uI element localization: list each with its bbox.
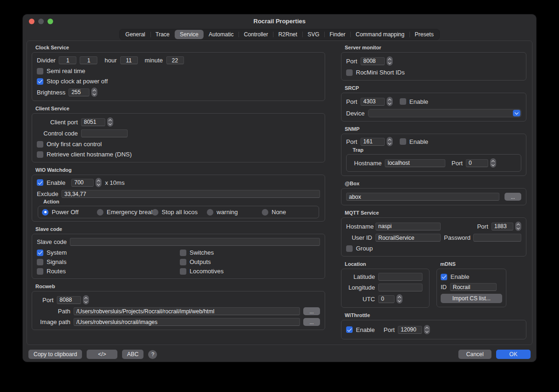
withrottle-port-stepper[interactable] [424, 325, 430, 334]
none-radio[interactable] [262, 209, 268, 216]
none-label: None [272, 209, 286, 216]
utc-stepper[interactable] [396, 294, 402, 304]
copy-to-clipboard-button[interactable]: Copy to clipboard [28, 350, 82, 359]
slave-code-input[interactable] [70, 238, 320, 246]
srcp-enable-checkbox[interactable] [400, 98, 406, 105]
routes-checkbox[interactable] [37, 268, 43, 275]
mqtt-port-input[interactable] [491, 223, 513, 230]
import-cs-list-button[interactable]: Import CS list... [441, 294, 502, 303]
server-monitor-group: Server monitor Port RocMini Short IDs [341, 45, 526, 81]
mqtt-port-stepper[interactable] [515, 222, 521, 231]
close-button[interactable] [29, 19, 34, 24]
system-checkbox[interactable] [37, 250, 43, 256]
watchdog-timeout-stepper[interactable] [95, 178, 102, 187]
rocmini-checkbox[interactable] [346, 69, 353, 76]
tab-trace[interactable]: Trace [150, 30, 175, 39]
trap-group-title: Trap [353, 147, 521, 153]
exclude-input[interactable] [61, 190, 320, 198]
power-off-label: Power Off [52, 209, 79, 216]
tab-command-mapping[interactable]: Command mapping [350, 30, 409, 39]
tab-finder[interactable]: Finder [324, 30, 350, 39]
switches-checkbox[interactable] [180, 250, 186, 256]
mqtt-group-checkbox[interactable] [346, 245, 353, 252]
snmp-port-input[interactable] [361, 138, 385, 146]
rocweb-path-input[interactable] [74, 307, 300, 315]
signals-checkbox[interactable] [37, 259, 43, 265]
tab-r2rnet[interactable]: R2Rnet [273, 30, 302, 39]
atbox-input[interactable] [346, 193, 499, 201]
tab-general[interactable]: General [120, 30, 150, 39]
hour-input[interactable] [120, 56, 138, 64]
mdns-id-input[interactable] [450, 283, 497, 291]
server-monitor-port-input[interactable] [361, 57, 385, 65]
rocweb-image-path-input[interactable] [74, 318, 300, 326]
help-button[interactable]: ? [148, 350, 157, 359]
semi-real-time-checkbox[interactable] [37, 68, 43, 74]
action-group-title: Action [43, 199, 320, 205]
longitude-label: Longitude [346, 284, 375, 291]
longitude-input[interactable] [378, 284, 423, 291]
brightness-stepper[interactable] [91, 88, 97, 97]
cancel-button[interactable]: Cancel [458, 350, 491, 359]
divider1-input[interactable] [59, 56, 76, 64]
trap-port-input[interactable] [466, 159, 488, 167]
stop-all-locos-radio[interactable] [152, 209, 158, 216]
trap-port-label: Port [451, 160, 463, 167]
withrottle-enable-label: Enable [356, 326, 375, 333]
latitude-label: Latitude [346, 273, 375, 280]
outputs-label: Outputs [190, 258, 211, 265]
srcp-port-label: Port [346, 98, 357, 105]
tab-controller[interactable]: Controller [239, 30, 273, 39]
emergency-break-radio[interactable] [97, 209, 103, 216]
retrieve-hostname-checkbox[interactable] [37, 151, 43, 158]
server-monitor-port-stepper[interactable] [387, 56, 393, 66]
utc-input[interactable] [378, 295, 395, 303]
stop-clock-checkbox[interactable] [37, 78, 43, 85]
withrottle-port-input[interactable] [398, 326, 422, 334]
mqtt-user-id-input[interactable] [375, 234, 441, 242]
mdns-enable-checkbox[interactable] [441, 274, 447, 280]
code-view-button[interactable]: </> [87, 350, 117, 359]
trap-hostname-input[interactable] [385, 159, 445, 167]
srcp-port-stepper[interactable] [387, 97, 393, 106]
power-off-radio[interactable] [42, 209, 48, 216]
minute-input[interactable] [166, 56, 184, 64]
snmp-port-stepper[interactable] [387, 137, 393, 146]
zoom-button[interactable] [48, 19, 53, 24]
device-combobox[interactable] [368, 109, 521, 117]
warning-radio[interactable] [207, 209, 213, 216]
abc-button[interactable]: ABC [122, 350, 144, 359]
chevron-down-icon[interactable] [513, 110, 520, 116]
outputs-checkbox[interactable] [180, 259, 186, 265]
tab-service[interactable]: Service [175, 30, 204, 39]
withrottle-enable-checkbox[interactable] [346, 326, 353, 333]
brightness-input[interactable] [68, 88, 89, 96]
mqtt-password-input[interactable] [473, 234, 521, 242]
rocweb-image-path-browse-button[interactable]: ... [303, 318, 320, 326]
ok-button[interactable]: OK [496, 350, 531, 359]
mqtt-hostname-input[interactable] [375, 223, 441, 230]
srcp-port-input[interactable] [361, 98, 385, 106]
tab-automatic[interactable]: Automatic [204, 30, 239, 39]
latitude-input[interactable] [378, 273, 423, 281]
rocweb-group: Rocweb Port Path ... Image path [32, 284, 325, 330]
locomotives-checkbox[interactable] [180, 268, 186, 275]
rocweb-path-browse-button[interactable]: ... [303, 307, 320, 315]
left-column: Clock Service Divider hour minute Semi r… [32, 45, 325, 335]
snmp-enable-checkbox[interactable] [400, 138, 406, 145]
rocweb-port-input[interactable] [57, 296, 81, 304]
divider2-input[interactable] [80, 56, 97, 64]
tab-svg[interactable]: SVG [302, 30, 324, 39]
mqtt-password-label: Password [444, 234, 470, 241]
rocweb-port-stepper[interactable] [83, 295, 89, 304]
watchdog-enable-checkbox[interactable] [37, 179, 43, 186]
client-port-input[interactable] [81, 118, 105, 126]
watchdog-timeout-input[interactable] [71, 179, 94, 187]
atbox-browse-button[interactable]: ... [504, 193, 521, 201]
control-code-input[interactable] [81, 129, 128, 137]
only-first-checkbox[interactable] [37, 141, 43, 148]
tab-presets[interactable]: Presets [409, 30, 439, 39]
trap-port-stepper[interactable] [490, 158, 496, 168]
right-column: Server monitor Port RocMini Short IDs SR… [341, 45, 526, 344]
client-port-stepper[interactable] [107, 117, 113, 127]
